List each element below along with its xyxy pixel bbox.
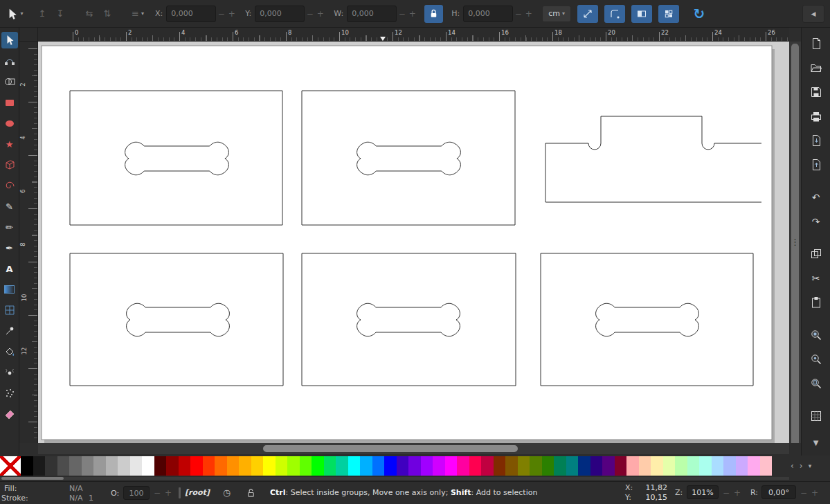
selector-tool-dropdown[interactable]: ▾ [6,5,24,23]
palette-swatch[interactable] [227,456,240,476]
redo-button[interactable]: ↷ [807,213,825,231]
paint-bucket-tool-button[interactable] [1,343,18,360]
save-document-button[interactable] [807,83,825,101]
palette-swatch[interactable] [590,456,603,476]
palette-swatch[interactable] [566,456,579,476]
palette-swatch[interactable] [106,456,118,476]
height-increment-button[interactable]: + [523,9,534,19]
canvas-viewport[interactable] [38,42,789,443]
lower-button[interactable]: ↧ [51,5,69,23]
pen-tool-button[interactable]: ✏ [1,219,18,235]
new-document-button[interactable] [807,35,825,53]
palette-swatch[interactable] [699,456,712,476]
paste-button[interactable] [807,294,825,312]
palette-swatch[interactable] [118,456,130,476]
spray-tool-button[interactable] [1,385,18,402]
zoom-decrement-button[interactable]: − [723,488,730,498]
scale-gradients-toggle[interactable] [631,5,652,23]
palette-swatch[interactable] [615,456,627,476]
rectangle-tool-button[interactable] [1,94,18,111]
import-button[interactable] [807,132,825,150]
zoom-drawing-button[interactable] [807,350,825,368]
lock-aspect-ratio-button[interactable] [424,5,443,23]
duplicate-button[interactable] [807,245,825,263]
canvas-svg[interactable] [38,42,789,443]
palette-swatch[interactable] [687,456,700,476]
width-decrement-button[interactable]: − [397,9,407,19]
height-decrement-button[interactable]: − [513,9,523,19]
zoom-increment-button[interactable]: + [734,488,741,498]
snapping-toggle[interactable]: ↻ [690,5,708,23]
palette-scrollbar-thumb[interactable] [1,477,64,480]
palette-swatch[interactable] [21,456,33,476]
palette-swatch[interactable] [215,456,227,476]
star-tool-button[interactable]: ★ [1,136,18,152]
zoom-input[interactable]: 101% [687,485,719,499]
x-input[interactable]: 0,000 [166,6,216,22]
palette-swatch[interactable] [130,456,143,476]
palette-swatch[interactable] [263,456,276,476]
zoom-selection-button[interactable] [807,326,825,344]
palette-swatch[interactable] [578,456,590,476]
mesh-tool-button[interactable] [1,302,18,318]
palette-swatch[interactable] [203,456,215,476]
export-button[interactable] [807,156,825,174]
palette-swatch[interactable] [736,456,748,476]
gradient-tool-button[interactable] [1,281,18,298]
palette-swatch[interactable] [651,456,663,476]
palette-swatch[interactable] [505,456,518,476]
opacity-increment-button[interactable]: + [165,488,172,498]
palette-swatch[interactable] [481,456,494,476]
palette-swatch[interactable] [69,456,82,476]
palette-swatch[interactable] [324,456,336,476]
layer-grip[interactable] [179,487,181,498]
palette-swatch[interactable] [760,456,773,476]
x-increment-button[interactable]: + [226,9,237,19]
palette-swatch[interactable] [494,456,506,476]
horizontal-scrollbar[interactable] [38,443,789,454]
z-order-dropdown[interactable]: ≡ ▾ [129,5,147,23]
stroke-width-value[interactable]: 1 [89,494,93,503]
palette-swatch[interactable] [445,456,458,476]
opacity-input[interactable]: 100 [123,486,150,500]
palette-menu-button[interactable]: ▾ [809,462,812,469]
rotation-increment-button[interactable]: + [811,488,818,498]
palette-swatch[interactable] [166,456,179,476]
palette-swatch[interactable] [154,456,167,476]
stroke-value[interactable]: N/A [69,494,82,503]
document-grid-button[interactable] [807,407,825,425]
palette-swatch[interactable] [421,456,433,476]
palette-swatch[interactable] [712,456,724,476]
dropper-tool-button[interactable] [1,323,18,339]
flip-vertical-button[interactable]: ⇅ [98,5,116,23]
rotation-decrement-button[interactable]: − [800,488,807,498]
palette-swatch[interactable] [300,456,312,476]
horizontal-ruler[interactable]: 02468101214161820222426 [38,28,789,42]
palette-swatch[interactable] [82,456,94,476]
palette-swatch[interactable] [239,456,251,476]
palette-swatch[interactable] [348,456,361,476]
palette-swatch[interactable] [530,456,542,476]
palette-swatch[interactable] [748,456,760,476]
spiral-tool-button[interactable] [1,177,18,194]
horizontal-scrollbar-thumb[interactable] [263,445,518,452]
rotation-input[interactable]: 0,00° [761,485,796,499]
palette-swatch[interactable] [276,456,288,476]
undo-button[interactable]: ↶ [807,188,825,206]
y-input[interactable]: 0,000 [255,6,305,22]
palette-swatch[interactable] [45,456,57,476]
x-decrement-button[interactable]: − [216,9,226,19]
more-commands-button[interactable]: ▼ [807,433,825,451]
palette-swatch[interactable] [457,456,469,476]
tweak-tool-button[interactable] [1,364,18,381]
height-input[interactable]: 0,000 [463,6,513,22]
calligraphy-tool-button[interactable]: ✒ [1,240,18,256]
fill-value[interactable]: N/A [69,484,82,493]
selector-tool-button[interactable] [1,32,18,48]
palette-swatch[interactable] [0,456,21,476]
palette-scrollbar[interactable] [0,477,789,480]
palette-swatch[interactable] [33,456,46,476]
ellipse-tool-button[interactable] [1,115,18,132]
dock-grip-icon[interactable]: ⋮ [789,237,801,247]
palette-swatch[interactable] [639,456,651,476]
